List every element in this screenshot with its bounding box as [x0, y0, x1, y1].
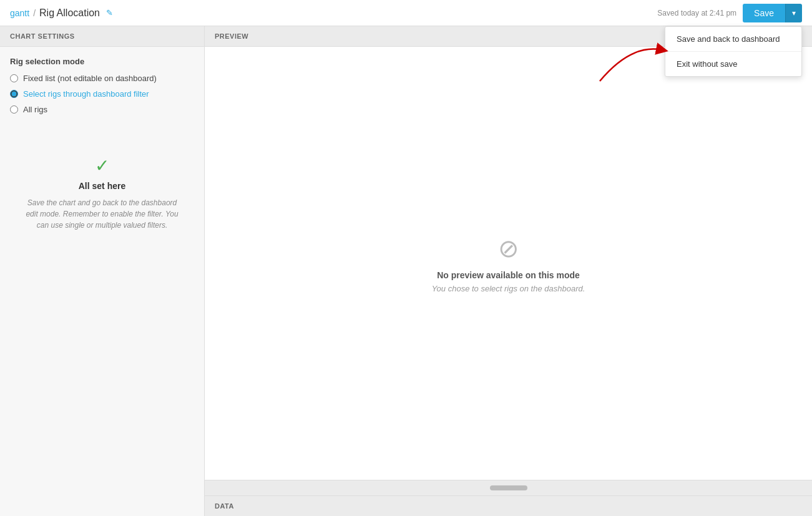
radio-fixed-input[interactable]	[10, 74, 18, 82]
save-dropdown-menu: Save and back to dashboard Exit without …	[665, 26, 802, 77]
preview-content: ⊘ No preview available on this mode You …	[205, 47, 812, 480]
checkmark-icon: ✓	[22, 155, 182, 176]
main-layout: CHART SETTINGS Rig selection mode Fixed …	[0, 26, 812, 516]
radio-fixed-label: Fixed list (not editable on dashboard)	[23, 74, 157, 83]
gantt-link[interactable]: gantt	[10, 8, 29, 18]
scrollbar-thumb	[490, 485, 527, 490]
no-preview-title: No preview available on this mode	[437, 270, 580, 280]
no-preview-description: You chose to select rigs on the dashboar…	[432, 284, 585, 293]
save-button[interactable]: Save	[743, 4, 785, 22]
saved-status: Saved today at 2:41 pm	[657, 9, 736, 17]
radio-fixed[interactable]: Fixed list (not editable on dashboard)	[10, 74, 194, 83]
save-and-back-item[interactable]: Save and back to dashboard	[665, 27, 801, 52]
header-actions: Saved today at 2:41 pm Save ▾	[657, 4, 802, 22]
radio-all-label: All rigs	[23, 105, 47, 114]
all-set-box: ✓ All set here Save the chart and go bac…	[10, 143, 194, 243]
rig-selection-mode-label: Rig selection mode	[10, 57, 194, 66]
chart-settings-header: CHART SETTINGS	[0, 26, 204, 47]
sidebar: CHART SETTINGS Rig selection mode Fixed …	[0, 26, 205, 516]
edit-icon[interactable]: ✎	[106, 8, 113, 17]
radio-all[interactable]: All rigs	[10, 105, 194, 114]
save-dropdown-arrow[interactable]: ▾	[785, 4, 802, 22]
breadcrumb: gantt / Rig Allocation ✎	[10, 7, 113, 19]
save-button-group: Save ▾	[743, 4, 802, 22]
no-preview-icon: ⊘	[498, 234, 519, 263]
all-set-title: All set here	[22, 181, 182, 191]
page-title: Rig Allocation	[39, 7, 100, 19]
radio-dashboard-input[interactable]	[10, 90, 18, 98]
preview-area: PREVIEW ⊘ No preview available on this m…	[205, 26, 812, 516]
header: gantt / Rig Allocation ✎ Saved today at …	[0, 0, 812, 26]
sidebar-content: Rig selection mode Fixed list (not edita…	[0, 47, 204, 130]
radio-dashboard-label: Select rigs through dashboard filter	[23, 89, 149, 99]
radio-dashboard[interactable]: Select rigs through dashboard filter	[10, 89, 194, 99]
all-set-description: Save the chart and go back to the dashba…	[22, 197, 182, 231]
radio-all-input[interactable]	[10, 105, 18, 114]
data-footer: DATA	[205, 495, 812, 516]
exit-without-save-item[interactable]: Exit without save	[665, 52, 801, 76]
breadcrumb-separator: /	[33, 8, 36, 18]
preview-scrollbar[interactable]	[205, 480, 812, 495]
